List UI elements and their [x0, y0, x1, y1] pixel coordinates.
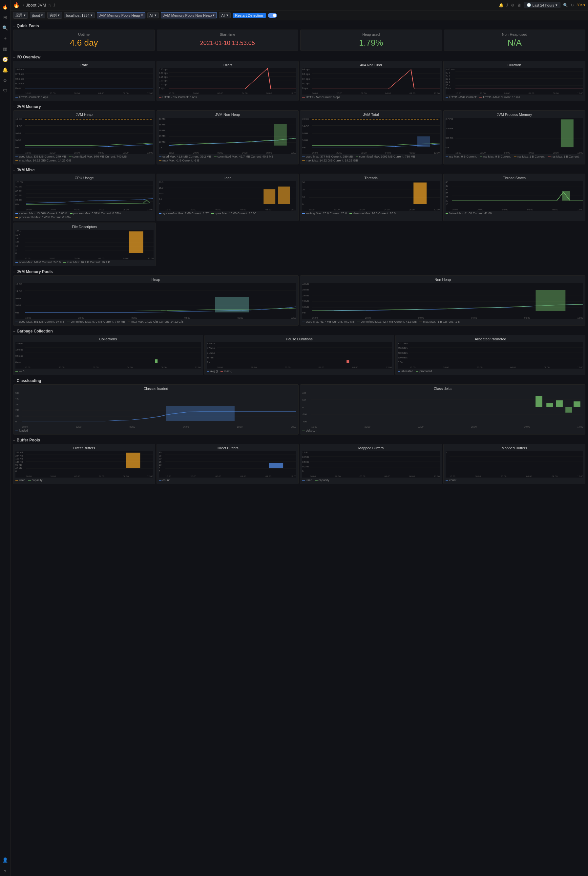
- svg-rect-85: [546, 403, 553, 407]
- direct-buf2-chart: 302520151050 16:0020:0000:0004:0008:0012…: [159, 451, 296, 477]
- mapped-buf1-panel: Mapped Buffers 1.0 B0.75 B0.50 B0.25 B0 …: [300, 444, 442, 484]
- classes-loaded-chart: 5 K4 K3 K2 K1 K0 18:0022:0002:0006:0010:…: [15, 392, 296, 428]
- sidebar-add[interactable]: ＋: [1, 34, 9, 43]
- memory-nonheap-filter[interactable]: JVM Memory Pools Non-Heap ▾: [161, 12, 217, 18]
- star-icon[interactable]: ☆: [48, 3, 51, 8]
- env-filter[interactable]: 应用 ▾: [13, 12, 28, 19]
- svg-rect-22: [274, 124, 287, 146]
- jvm-total-legend: used Max: 377 MB Current: 289 MB committ…: [302, 155, 440, 162]
- threads-chart: 3020100 16:0020:0000:0004:0008:0012:00: [302, 181, 440, 211]
- gc-allocated-panel: Allocated/Promoted 1.00 GB/s750 MB/s500 …: [395, 335, 585, 375]
- refresh-interval: 30s ▾: [576, 3, 585, 7]
- file-desc-legend: open Max: 249.0 Current: 248.0 max Max: …: [15, 261, 154, 264]
- all2-filter[interactable]: All ▾: [219, 12, 230, 18]
- heap-label: Heap used: [304, 33, 438, 36]
- nonheap-value: N/A: [448, 38, 581, 48]
- refresh-icon[interactable]: ↻: [571, 3, 574, 8]
- svg-rect-47: [562, 191, 570, 201]
- monitor-icon[interactable]: 🖥: [517, 3, 521, 8]
- chevron-all2-icon: ▾: [226, 13, 228, 17]
- file-desc-row: File Descriptors 100 K10 K1 K1001010: [13, 222, 585, 266]
- direct-buf1-legend: used capacity: [15, 478, 153, 482]
- thread-states-panel: Thread States 45403530252015 16:00: [443, 174, 585, 221]
- io-404-panel: 404 Not Fund 0.8 ops0.6 ops0.4 ops0.2 op…: [300, 61, 442, 101]
- app-filter[interactable]: jboot ▾: [30, 12, 45, 18]
- dashboard: Quick Facts Uptime 4.6 day Start time 20…: [10, 20, 588, 876]
- clock-icon: 🕐: [526, 3, 531, 7]
- sidebar-home[interactable]: ⊞: [1, 13, 9, 22]
- svg-rect-42: [413, 183, 427, 204]
- classloading-grid: Classes loaded 5 K4 K3 K2 K1 K0 18: [13, 384, 585, 435]
- host-filter[interactable]: localhost:1234 ▾: [64, 12, 95, 18]
- thread-states-legend: Value Max: 41.00 Current: 41.00: [446, 212, 583, 215]
- jvm-nonheap-panel: JVM Non-Heap 48 MB38 MB29 MB19 MB10 MB0 …: [156, 110, 298, 164]
- gc-collections-legend: — 0: [15, 370, 201, 373]
- jvm-nonheap-chart: 48 MB38 MB29 MB19 MB10 MB0 B 16:0020:000…: [159, 118, 296, 154]
- sidebar-search[interactable]: 🔍: [1, 24, 9, 32]
- jvm-pools-header: JVM Memory Pools: [13, 267, 585, 275]
- direct-buf2-title: Direct Buffers: [159, 446, 296, 450]
- jvm-memory-header: JVM Memory: [13, 102, 585, 110]
- gc-pause-title: Pause Durations: [207, 337, 392, 341]
- pools-heap-chart: 19 GiB14 GiB9 GiB5 GiB0 B 16:0020:0000:0…: [15, 283, 296, 319]
- svg-rect-72: [346, 360, 349, 363]
- io-rate-title: Rate: [15, 63, 153, 67]
- io-errors-chart: 0.25 ops0.20 ops0.15 ops0.10 ops0.05 ops…: [159, 68, 296, 94]
- io-rate-panel: Rate 1.00 ops0.75 ops0.50 ops0.25 ops0 o…: [13, 61, 155, 101]
- all1-filter[interactable]: All ▾: [147, 12, 159, 18]
- search-top-icon[interactable]: 🔍: [563, 3, 568, 8]
- memory-nonheap-label: JVM Memory Pools Non-Heap: [163, 14, 212, 17]
- chevron-down-icon: ▾: [555, 3, 558, 7]
- buffer-pools-header: Buffer Pools: [13, 436, 585, 444]
- nonheap-card: Non-Heap used N/A: [444, 30, 586, 51]
- sidebar: 🔥 ⊞ 🔍 ＋ ▦ 🧭 🔔 ⚙ 🛡 👤 ?: [0, 0, 10, 876]
- jvm-process-title: JVM Process Memory: [446, 112, 583, 117]
- memory-heap-label: JVM Memory Pools Heap: [99, 14, 140, 17]
- sidebar-explore[interactable]: 🧭: [1, 55, 9, 64]
- sidebar-config[interactable]: ⚙: [1, 76, 9, 85]
- restart-detection-button[interactable]: Restart Detection: [232, 13, 266, 18]
- pools-nonheap-legend: used Max: 41.7 MB Current: 40.0 MB commi…: [302, 320, 583, 323]
- sidebar-help[interactable]: ?: [1, 867, 9, 876]
- restart-toggle[interactable]: [268, 13, 277, 18]
- gc-header: Garbage Collection: [13, 327, 585, 335]
- svg-rect-39: [278, 186, 290, 204]
- sidebar-dashboards[interactable]: ▦: [1, 45, 9, 53]
- direct-buf1-panel: Direct Buffers 293 KB244 KB195 KB146 KB9…: [13, 444, 155, 484]
- sidebar-shield[interactable]: 🛡: [1, 87, 9, 95]
- sidebar-alerts[interactable]: 🔔: [1, 66, 9, 74]
- gc-allocated-legend: allocated promoted: [398, 370, 583, 373]
- svg-rect-63: [536, 290, 566, 311]
- direct-buf2-legend: count: [159, 478, 296, 482]
- class-delta-panel: Class delta 4002000-200-400: [300, 384, 585, 435]
- chevron-all1-icon: ▾: [154, 13, 156, 17]
- bell-icon[interactable]: 🔔: [499, 3, 504, 8]
- io-404-chart: 0.8 ops0.6 ops0.4 ops0.2 ops0 ops 16:002…: [302, 68, 440, 94]
- share2-icon[interactable]: ⤴: [506, 3, 508, 8]
- jvm-memory-grid: JVM Heap 19 GiB14 GiB9 GiB5 GiB0 B: [13, 110, 585, 164]
- svg-rect-80: [166, 406, 235, 421]
- io-404-legend: HTTP - 5xx Current: 0 ops: [302, 96, 440, 99]
- instance-filter[interactable]: 实例 ▾: [47, 12, 62, 19]
- settings-icon[interactable]: ⚙: [511, 3, 514, 8]
- svg-rect-87: [566, 407, 572, 412]
- pools-heap-legend: used Max: 381 MB Current: 97 MB committe…: [15, 320, 296, 323]
- memory-heap-filter[interactable]: JVM Memory Pools Heap ▾: [97, 12, 146, 18]
- io-duration-title: Duration: [446, 63, 583, 67]
- sidebar-user-avatar[interactable]: 👤: [1, 856, 9, 864]
- uptime-card: Uptime 4.6 day: [13, 30, 155, 51]
- svg-rect-94: [126, 453, 140, 468]
- io-404-title: 404 Not Fund: [302, 63, 440, 67]
- host-filter-label: localhost:1234: [66, 14, 90, 17]
- io-overview-header: I/O Overview: [13, 53, 585, 61]
- io-errors-panel: Errors 0.25 ops0.20 ops0.15 ops0.10 ops0…: [156, 61, 298, 101]
- file-desc-panel: File Descriptors 100 K10 K1 K1001010: [13, 222, 156, 266]
- top-bar: 🔥 / Jboot JVM ☆ ⤴ 🔔 ⤴ ⚙ 🖥 🕐 Last 24 hour…: [10, 0, 588, 10]
- quick-facts-header: Quick Facts: [13, 22, 585, 30]
- starttime-card: Start time 2021-01-10 13:53:05: [157, 30, 298, 51]
- io-duration-chart: 1.00 min50 s40 s30 s20 s10 s0 ms 16:0020…: [446, 68, 583, 94]
- pools-nonheap-title: Non Heap: [302, 278, 583, 282]
- time-range-button[interactable]: 🕐 Last 24 hours ▾: [524, 2, 561, 8]
- jvm-process-panel: JVM Process Memory 2.7 PiB1.8 PiB909 TiB…: [443, 110, 585, 164]
- share-icon[interactable]: ⤴: [54, 3, 56, 8]
